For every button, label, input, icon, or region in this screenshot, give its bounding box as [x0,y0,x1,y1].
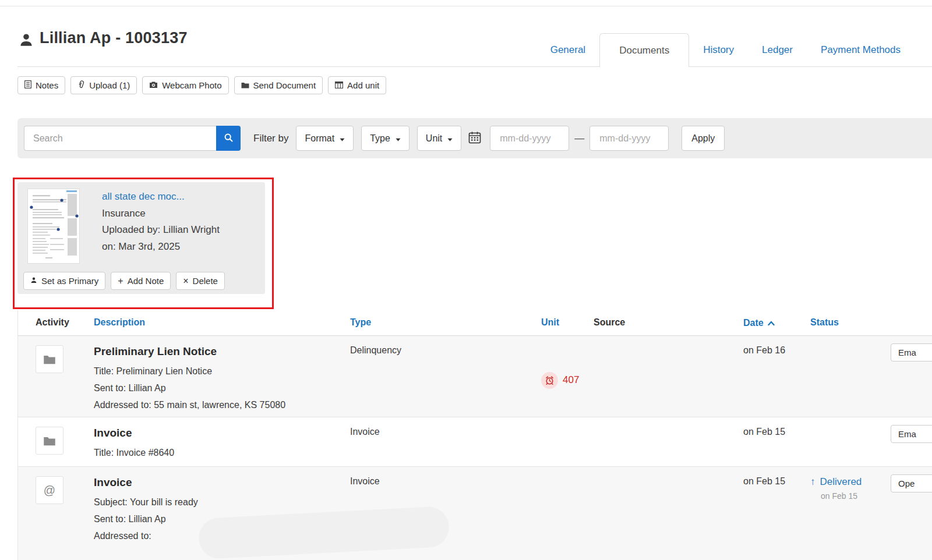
delivery-date: on Feb 15 [821,491,932,501]
unit-dropdown[interactable]: Unit [417,126,461,151]
unit-number[interactable]: 407 [563,374,579,386]
tab-ledger[interactable]: Ledger [748,44,807,56]
document-card-info: all state dec moc... Insurance Uploaded … [102,189,220,255]
webcam-photo-button[interactable]: Webcam Photo [142,76,228,94]
tab-payment-methods[interactable]: Payment Methods [807,44,915,56]
row-source [594,417,743,466]
column-header-source[interactable]: Source [594,310,743,335]
filter-bar: Filter by Format Type Unit — Apply [17,118,932,158]
date-from-input[interactable] [490,126,569,151]
caret-down-icon [340,133,345,144]
page-title: Lillian Ap - 1003137 [40,29,188,47]
x-icon: × [183,277,188,286]
date-range-separator: — [574,133,584,144]
person-icon [19,33,34,50]
toolbar: Notes Upload (1) Webcam Photo Send Docum… [17,76,386,94]
table-row: Preliminary Lien Notice Title: Prelimina… [18,336,932,417]
row-date: on Feb 16 [743,336,810,417]
notes-icon [24,80,31,90]
row-source [594,467,743,560]
filter-by-label: Filter by [253,133,288,144]
add-unit-button[interactable]: Add unit [328,76,386,94]
set-as-primary-button[interactable]: Set as Primary [23,272,105,290]
tab-bar: General Documents History Ledger Payment… [536,33,932,67]
column-header-unit[interactable]: Unit [541,310,594,335]
folder-icon [241,80,249,90]
person-icon [30,276,37,286]
search-group [24,126,241,151]
upload-button[interactable]: Upload (1) [70,76,137,94]
send-document-button[interactable]: Send Document [234,76,323,94]
caret-down-icon [396,133,401,144]
resident-documents-page: Lillian Ap - 1003137 General Documents H… [0,0,932,560]
notes-button[interactable]: Notes [17,76,65,94]
type-dropdown[interactable]: Type [361,126,409,151]
table-row: @ Invoice Subject: Your bill is ready Se… [18,467,932,560]
search-icon [224,133,234,144]
apply-button[interactable]: Apply [682,126,725,151]
status-button[interactable]: Ope [891,474,932,492]
row-date: on Feb 15 [743,417,810,466]
alarm-icon [541,372,558,389]
tab-documents[interactable]: Documents [599,33,689,67]
column-header-type[interactable]: Type [350,310,541,335]
delete-button[interactable]: × Delete [176,272,225,290]
tab-history[interactable]: History [689,44,748,56]
chevron-up-icon [768,318,775,328]
status-button[interactable]: Ema [891,425,932,443]
format-dropdown[interactable]: Format [296,126,354,151]
table-header-row: Activity Description Type Unit Source Da… [18,310,932,336]
folder-icon[interactable] [36,427,63,455]
document-type: Insurance [102,205,220,222]
row-title[interactable]: Preliminary Lien Notice [94,345,350,359]
tab-general[interactable]: General [536,44,599,56]
row-unit [541,417,594,466]
table-row: Invoice Title: Invoice #8640 Invoice on … [18,417,932,467]
row-detail: Sent to: Lillian Ap [94,380,350,396]
row-detail: Subject: Your bill is ready [94,494,350,511]
search-button[interactable] [216,126,241,151]
paperclip-icon [77,80,85,91]
row-detail: Title: Preliminary Lien Notice [94,363,350,380]
camera-icon [149,80,158,90]
row-date: on Feb 15 [743,467,810,560]
row-detail: Title: Invoice #8640 [94,444,350,461]
top-divider [0,6,932,6]
folder-icon[interactable] [36,345,63,373]
row-source [594,336,743,417]
document-card-actions: Set as Primary + Add Note × Delete [23,272,225,290]
document-uploaded-by: Uploaded by: Lillian Wright [102,222,220,239]
status-button[interactable]: Ema [891,343,932,361]
table-icon [335,80,343,90]
at-icon[interactable]: @ [36,476,63,504]
search-input[interactable] [24,126,216,151]
plus-icon: + [118,277,123,286]
date-to-input[interactable] [589,126,669,151]
document-card: all state dec moc... Insurance Uploaded … [17,182,265,294]
row-type: Invoice [350,417,541,466]
column-header-status[interactable]: Status [810,310,932,335]
add-note-button[interactable]: + Add Note [111,272,171,290]
row-unit [541,467,594,560]
row-title[interactable]: Invoice [94,476,350,490]
document-title-link[interactable]: all state dec moc... [102,189,220,205]
row-title[interactable]: Invoice [94,427,350,440]
column-header-date[interactable]: Date [743,310,810,335]
row-detail: Addressed to: 55 main st, lawrence, KS 7… [94,396,350,413]
column-header-activity[interactable]: Activity [18,310,94,335]
row-type: Delinquency [350,336,541,417]
document-thumbnail[interactable] [28,189,79,263]
calendar-icon[interactable] [468,131,481,146]
arrow-up-icon: ↑ [810,476,816,488]
document-uploaded-on: on: Mar 3rd, 2025 [102,239,220,256]
documents-table: Activity Description Type Unit Source Da… [17,310,932,560]
column-header-description[interactable]: Description [94,310,350,335]
caret-down-icon [447,133,453,144]
